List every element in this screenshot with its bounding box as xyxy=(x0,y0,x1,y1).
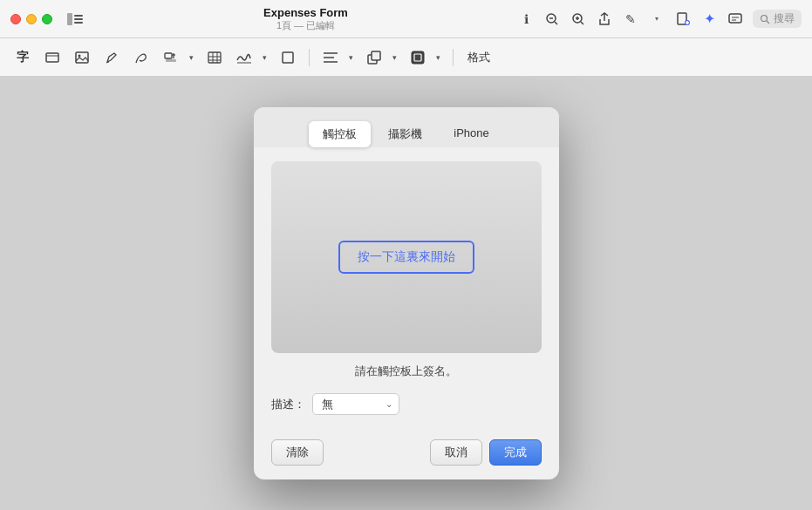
draw-tool-button[interactable] xyxy=(129,45,154,70)
svg-rect-3 xyxy=(74,22,83,24)
signature-instruction: 請在觸控板上簽名。 xyxy=(271,364,542,379)
search-label: 搜尋 xyxy=(774,11,795,26)
svg-rect-22 xyxy=(76,52,88,63)
zoom-in-button[interactable] xyxy=(570,10,587,28)
svg-rect-29 xyxy=(208,52,221,63)
arrange-button[interactable] xyxy=(362,45,386,70)
pen-button[interactable]: ✎ xyxy=(622,10,639,28)
titlebar-actions: ℹ ✎ ▾ xyxy=(517,10,802,28)
svg-point-18 xyxy=(761,15,768,21)
share-button[interactable] xyxy=(596,10,613,28)
frame-button[interactable] xyxy=(276,45,300,70)
svg-rect-26 xyxy=(166,59,176,62)
toolbar-separator-1 xyxy=(309,49,310,66)
maximize-button[interactable] xyxy=(42,14,52,24)
titlebar: Expenses Form 1頁 — 已編輯 ℹ ✎ xyxy=(0,0,812,38)
image-tool-button[interactable] xyxy=(70,45,94,70)
insert-dropdown[interactable]: ▾ xyxy=(185,45,197,70)
svg-rect-15 xyxy=(729,14,741,23)
svg-rect-41 xyxy=(412,51,424,64)
format-button[interactable]: 格式 xyxy=(462,47,495,68)
svg-rect-0 xyxy=(67,13,72,25)
tab-iphone[interactable]: iPhone xyxy=(440,121,502,147)
zoom-out-button[interactable] xyxy=(543,10,561,28)
document-status: 1頁 — 已編輯 xyxy=(276,19,335,32)
title-section: Expenses Form 1頁 — 已編輯 xyxy=(94,6,517,32)
align-group: ▾ xyxy=(318,45,357,70)
annotate-button[interactable]: ✦ xyxy=(700,10,718,28)
annotation-tool-button[interactable] xyxy=(99,45,124,70)
sig-group: ▾ xyxy=(232,45,270,70)
canvas-area: 觸控板 攝影機 iPhone 按一下這裏來開始 請在觸控板上簽名。 描述： 無 … xyxy=(0,77,812,510)
signature-canvas[interactable]: 按一下這裏來開始 xyxy=(271,161,542,353)
done-button[interactable]: 完成 xyxy=(489,439,542,466)
table-button[interactable] xyxy=(202,45,227,70)
footer-left-actions: 清除 xyxy=(271,439,324,466)
style-button[interactable] xyxy=(406,45,430,70)
svg-rect-25 xyxy=(165,53,172,58)
start-signing-button[interactable]: 按一下這裏來開始 xyxy=(338,241,474,274)
modal-footer: 清除 取消 完成 xyxy=(254,439,559,479)
minimize-button[interactable] xyxy=(26,14,37,24)
svg-rect-40 xyxy=(372,51,380,60)
text-tool-button[interactable]: 字 xyxy=(10,45,35,70)
search-box[interactable]: 搜尋 xyxy=(753,10,802,28)
format-label: 格式 xyxy=(467,50,490,65)
tab-camera[interactable]: 攝影機 xyxy=(374,121,436,147)
sig-dropdown[interactable]: ▾ xyxy=(258,45,270,70)
cancel-button[interactable]: 取消 xyxy=(430,439,482,466)
tab-touchpad[interactable]: 觸控板 xyxy=(309,121,371,147)
align-dropdown[interactable]: ▾ xyxy=(345,45,357,70)
signature-button[interactable] xyxy=(232,45,256,70)
close-button[interactable] xyxy=(10,14,21,24)
add-page-button[interactable] xyxy=(674,10,692,28)
toolbar-separator-2 xyxy=(453,49,454,66)
svg-rect-2 xyxy=(74,18,83,20)
traffic-lights xyxy=(10,14,52,24)
svg-line-6 xyxy=(555,22,557,24)
document-title: Expenses Form xyxy=(263,6,348,19)
toolbar: 字 ▾ xyxy=(0,38,812,77)
description-select[interactable]: 無 自定義 xyxy=(312,393,399,415)
svg-line-19 xyxy=(767,21,769,24)
svg-rect-20 xyxy=(46,53,58,62)
info-button[interactable]: ℹ xyxy=(517,10,535,28)
svg-rect-1 xyxy=(74,15,83,17)
sidebar-toggle-button[interactable] xyxy=(63,7,87,31)
signature-dialog: 觸控板 攝影機 iPhone 按一下這裏來開始 請在觸控板上簽名。 描述： 無 … xyxy=(254,107,559,479)
arrange-dropdown[interactable]: ▾ xyxy=(388,45,400,70)
comment-button[interactable] xyxy=(727,10,744,28)
svg-rect-35 xyxy=(283,52,293,63)
insert-group: ▾ xyxy=(159,45,197,70)
insert-button[interactable] xyxy=(159,45,183,70)
arrange-group: ▾ xyxy=(362,45,400,70)
footer-right-actions: 取消 完成 xyxy=(430,439,542,466)
svg-point-23 xyxy=(78,54,81,57)
description-select-wrapper: 無 自定義 ⌄ xyxy=(312,393,399,415)
style-group: ▾ xyxy=(406,45,444,70)
clear-button[interactable]: 清除 xyxy=(271,439,324,466)
modal-tabs: 觸控板 攝影機 iPhone xyxy=(254,107,559,147)
text-frame-button[interactable] xyxy=(40,45,65,70)
description-label: 描述： xyxy=(271,397,305,412)
svg-line-10 xyxy=(581,22,583,24)
modal-body: 按一下這裏來開始 請在觸控板上簽名。 描述： 無 自定義 ⌄ xyxy=(254,147,559,439)
pen-dropdown[interactable]: ▾ xyxy=(648,10,665,28)
style-dropdown[interactable]: ▾ xyxy=(432,45,444,70)
description-row: 描述： 無 自定義 ⌄ xyxy=(271,393,542,415)
align-button[interactable] xyxy=(318,45,343,70)
